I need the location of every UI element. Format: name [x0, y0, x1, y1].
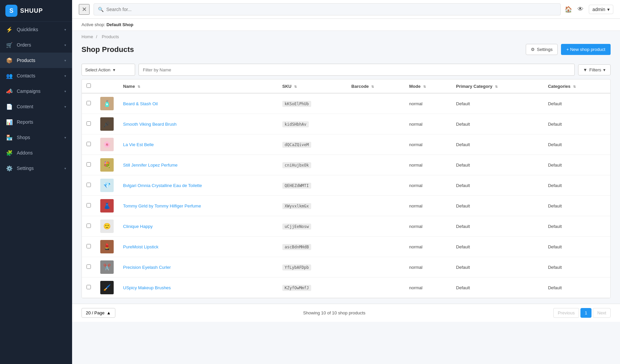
row-mode-cell: normal	[404, 196, 451, 216]
quicklinks-label: Quicklinks	[17, 27, 38, 32]
row-mode-cell: normal	[404, 257, 451, 278]
product-thumb-2: 🪮	[100, 117, 114, 131]
categories-col-header[interactable]: Categories ⇅	[543, 79, 610, 93]
sidebar-item-quicklinks[interactable]: ⚡ Quicklinks ▾	[0, 22, 72, 37]
select-all-checkbox[interactable]	[87, 83, 91, 88]
row-categories-cell: Default	[543, 93, 610, 114]
product-thumb-icon-8: 💄	[103, 243, 111, 250]
row-name-cell: Tommy Girld by Tommy Hilfiger Perfume	[118, 196, 278, 216]
products-label: Products	[17, 58, 35, 63]
sidebar-item-addons[interactable]: 🧩 Addons	[0, 145, 72, 161]
product-link-8[interactable]: PureMoist Lipstick	[123, 244, 158, 249]
active-shop-bar: Active shop: Default Shop	[72, 19, 620, 31]
product-link-1[interactable]: Beard & Stash Oil	[123, 101, 158, 106]
quicklinks-icon: ⚡	[6, 26, 13, 33]
product-thumb-4: 💐	[100, 158, 114, 172]
search-input[interactable]	[106, 7, 556, 12]
barcode-col-header[interactable]: Barcode ⇅	[347, 79, 404, 93]
product-link-9[interactable]: Precision Eyelash Curler	[123, 265, 171, 270]
row-image-cell: 💎	[96, 175, 118, 196]
next-button[interactable]: Next	[593, 308, 611, 318]
prev-button[interactable]: Previous	[553, 308, 579, 318]
sidebar-item-orders[interactable]: 🛒 Orders ▾	[0, 37, 72, 53]
active-shop-name: Default Shop	[106, 22, 133, 27]
row-checkbox-3[interactable]	[87, 142, 91, 146]
close-button[interactable]: ✕	[79, 4, 90, 15]
table-row: 💎 Bvlgari Omnia Crystalline Eau de Toile…	[82, 175, 610, 196]
row-primary-category-cell: Default	[451, 114, 543, 134]
row-sku-cell: XWyvxlkmGx	[278, 196, 347, 216]
page-1-button[interactable]: 1	[580, 308, 591, 318]
row-checkbox-6[interactable]	[87, 203, 91, 207]
per-page-label: 20 / Page	[86, 310, 105, 315]
product-link-4[interactable]: Still Jennifer Lopez Perfume	[123, 163, 178, 168]
image-col-header	[96, 79, 118, 93]
row-mode-cell: normal	[404, 134, 451, 155]
row-image-cell: 👗	[96, 196, 118, 216]
product-thumb-icon-1: 🧴	[103, 100, 111, 107]
row-checkbox-8[interactable]	[87, 244, 91, 248]
row-categories-cell: Default	[543, 257, 610, 278]
row-checkbox-5[interactable]	[87, 183, 91, 187]
select-action-dropdown[interactable]: Select Action ▾	[81, 64, 135, 76]
sidebar-item-products[interactable]: 📦 Products ▾	[0, 53, 72, 68]
sidebar-item-contacts[interactable]: 👥 Contacts ▾	[0, 68, 72, 83]
row-checkbox-4[interactable]	[87, 162, 91, 167]
row-checkbox-7[interactable]	[87, 224, 91, 228]
row-checkbox-1[interactable]	[87, 101, 91, 105]
filter-name-input[interactable]	[138, 64, 575, 76]
row-mode-cell: normal	[404, 175, 451, 196]
sku-col-header[interactable]: SKU ⇅	[278, 79, 347, 93]
product-link-2[interactable]: Smooth Viking Beard Brush	[123, 122, 176, 127]
row-barcode-cell	[347, 134, 404, 155]
product-link-5[interactable]: Bvlgari Omnia Crystalline Eau de Toilett…	[123, 183, 202, 188]
product-link-7[interactable]: Clinique Happy	[123, 224, 153, 229]
table-row: 🖌️ USpicy Makeup Brushes KZyfOwMmfJ norm…	[82, 278, 610, 298]
settings-button[interactable]: ⚙ Settings	[526, 44, 558, 55]
sidebar-item-shops[interactable]: 🏪 Shops ▾	[0, 130, 72, 145]
row-checkbox-10[interactable]	[87, 285, 91, 289]
per-page-button[interactable]: 20 / Page ▲	[81, 308, 115, 318]
barcode-sort-icon: ⇅	[371, 85, 374, 88]
row-checkbox-cell	[82, 216, 96, 237]
primary-category-col-header[interactable]: Primary Category ⇅	[451, 79, 543, 93]
filters-button[interactable]: ▼ Filters ▾	[578, 64, 611, 75]
sidebar-item-content[interactable]: 📄 Content ▾	[0, 99, 72, 114]
row-categories-cell: Default	[543, 155, 610, 175]
row-checkbox-9[interactable]	[87, 264, 91, 269]
sidebar-item-reports[interactable]: 📊 Reports	[0, 114, 72, 130]
search-box[interactable]: 🔍	[94, 3, 561, 15]
main-content: ✕ 🔍 🏠 👁 admin ▾ Active shop: Default Sho…	[72, 0, 620, 364]
sidebar-item-campaigns[interactable]: 📣 Campaigns ▾	[0, 83, 72, 99]
table-row: 🙂 Clinique Happy uCjjEeNosw normal Defau…	[82, 216, 610, 237]
campaigns-chevron-icon: ▾	[64, 89, 66, 93]
products-table: Name ⇅ SKU ⇅ Barcode ⇅ Mode ⇅ Primary Ca…	[82, 79, 610, 298]
row-mode-cell: normal	[404, 93, 451, 114]
row-checkbox-2[interactable]	[87, 121, 91, 126]
product-link-6[interactable]: Tommy Girld by Tommy Hilfiger Perfume	[123, 203, 201, 208]
topbar-actions: 🏠 👁 admin ▾	[565, 5, 613, 14]
settings-label: Settings	[17, 166, 34, 171]
product-link-3[interactable]: La Vie Est Belle	[123, 142, 154, 147]
row-sku-cell: uCjjEeNosw	[278, 216, 347, 237]
breadcrumb: Home / Products	[72, 31, 620, 41]
product-link-10[interactable]: USpicy Makeup Brushes	[123, 285, 171, 290]
sku-badge-1: kKSoElPhUb	[282, 101, 311, 107]
sidebar-item-settings[interactable]: ⚙️ Settings ▾	[0, 161, 72, 176]
primary-category-sort-icon: ⇅	[495, 85, 498, 88]
product-thumb-1: 🧴	[100, 97, 114, 110]
filters-label: Filters	[589, 67, 601, 72]
reports-icon: 📊	[6, 119, 13, 125]
name-col-header[interactable]: Name ⇅	[118, 79, 278, 93]
home-icon[interactable]: 🏠	[565, 6, 572, 13]
mode-col-header[interactable]: Mode ⇅	[404, 79, 451, 93]
filter-icon: ▼	[583, 67, 587, 72]
toolbar: Select Action ▾ ▼ Filters ▾	[72, 60, 620, 79]
eye-icon[interactable]: 👁	[577, 6, 583, 13]
breadcrumb-home[interactable]: Home	[81, 34, 93, 39]
new-product-button[interactable]: + New shop product	[561, 44, 611, 55]
row-sku-cell: YfLybAFDpb	[278, 257, 347, 278]
table-footer: 20 / Page ▲ Showing 10 of 10 shop produc…	[72, 304, 620, 322]
user-menu[interactable]: admin ▾	[589, 5, 613, 14]
row-sku-cell: KZyfOwMmfJ	[278, 278, 347, 298]
